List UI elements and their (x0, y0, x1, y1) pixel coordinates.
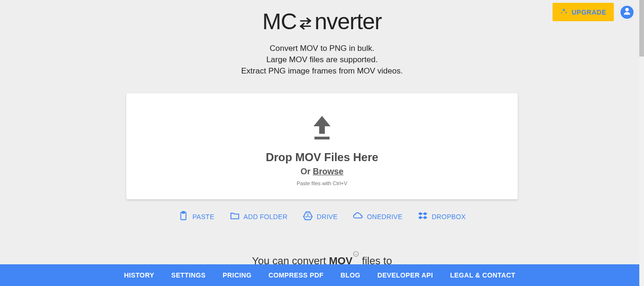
logo-text-left: MC (262, 8, 297, 34)
logo: MC nverter (262, 8, 381, 34)
footer-settings[interactable]: SETTINGS (171, 271, 206, 279)
dropbox-icon (418, 211, 428, 222)
footer-compress[interactable]: COMPRESS PDF (269, 271, 324, 279)
subtitle-line3: Extract PNG image frames from MOV videos… (241, 65, 403, 77)
account-avatar[interactable] (619, 5, 635, 20)
subtitle-line1: Convert MOV to PNG in bulk. (241, 43, 403, 54)
scrollbar-thumb[interactable] (639, 0, 644, 57)
dropzone[interactable]: Drop MOV Files Here Or Browse Paste file… (126, 93, 518, 199)
drive-button[interactable]: DRIVE (303, 211, 338, 222)
footer-legal[interactable]: LEGAL & CONTACT (450, 271, 515, 279)
paste-hint: Paste files with Ctrl+V (297, 180, 347, 186)
footer-nav: HISTORY SETTINGS PRICING COMPRESS PDF BL… (0, 264, 639, 286)
upload-icon (311, 114, 333, 142)
onedrive-button[interactable]: ONEDRIVE (353, 211, 403, 222)
dropbox-button[interactable]: DROPBOX (418, 211, 466, 222)
logo-text-right: nverter (314, 8, 381, 34)
drop-or: Or Browse (300, 167, 343, 177)
drive-icon (303, 211, 313, 222)
add-folder-button[interactable]: ADD FOLDER (230, 211, 288, 222)
footer-api[interactable]: DEVELOPER API (377, 271, 433, 279)
drop-title: Drop MOV Files Here (266, 151, 379, 164)
browse-link[interactable]: Browse (313, 167, 343, 176)
folder-icon (230, 211, 240, 222)
clipboard-icon (178, 211, 189, 222)
scrollbar-track[interactable] (639, 0, 644, 286)
svg-point-0 (625, 8, 628, 11)
svg-rect-1 (314, 137, 330, 139)
person-icon (622, 6, 632, 18)
upgrade-button[interactable]: UPGRADE (553, 3, 614, 21)
footer-pricing[interactable]: PRICING (223, 271, 251, 279)
footer-blog[interactable]: BLOG (340, 271, 360, 279)
upgrade-label: UPGRADE (571, 8, 606, 16)
svg-rect-3 (182, 212, 185, 213)
paste-button[interactable]: PASTE (178, 211, 214, 222)
swap-icon (297, 14, 314, 30)
info-icon[interactable] (353, 253, 359, 263)
subtitle: Convert MOV to PNG in bulk. Large MOV fi… (241, 43, 403, 76)
onedrive-icon (353, 211, 363, 222)
subtitle-line2: Large MOV files are supported. (241, 54, 403, 65)
sparkle-icon (560, 8, 568, 16)
footer-history[interactable]: HISTORY (124, 271, 154, 279)
